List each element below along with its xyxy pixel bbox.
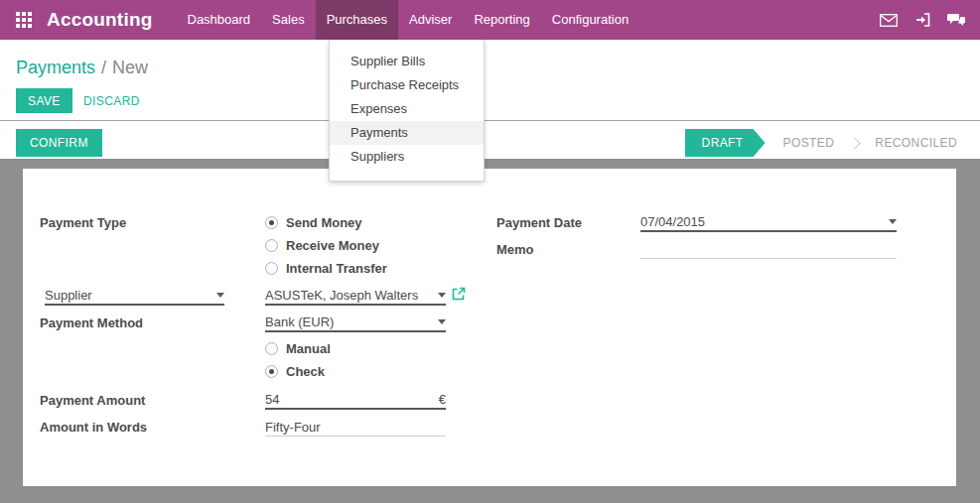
radio-internal-transfer[interactable]: Internal Transfer <box>265 261 387 276</box>
purchases-dropdown-menu: Supplier Bills Purchase Receipts Expense… <box>329 40 485 182</box>
memo-field[interactable] <box>640 240 897 259</box>
dropdown-item-purchase-receipts[interactable]: Purchase Receipts <box>330 73 484 97</box>
form-sheet: Payment Type Send Money Receive Money In… <box>23 169 956 486</box>
status-reconciled[interactable]: RECONCILED <box>861 129 971 157</box>
navbar-icons <box>880 12 966 28</box>
partner-type-select[interactable]: Supplier <box>45 287 224 306</box>
panel-divider <box>0 120 980 121</box>
breadcrumb-payments-link[interactable]: Payments <box>16 58 95 77</box>
breadcrumb: Payments/New <box>16 58 148 78</box>
envelope-icon[interactable] <box>880 14 898 27</box>
radio-send-money[interactable]: Send Money <box>265 215 362 230</box>
menu-configuration[interactable]: Configuration <box>541 0 639 40</box>
chevron-down-icon[interactable] <box>438 293 446 298</box>
apps-grid-icon[interactable] <box>16 12 33 28</box>
status-posted[interactable]: POSTED <box>770 129 849 157</box>
save-button[interactable]: SAVE <box>16 88 72 113</box>
status-bar: DRAFT POSTED RECONCILED <box>685 129 971 157</box>
radio-unselected-icon <box>265 239 278 252</box>
payment-type-label: Payment Type <box>40 215 126 230</box>
control-panel: Payments/New SAVE DISCARD CONFIRM DRAFT … <box>0 40 980 159</box>
currency-symbol: € <box>439 392 446 407</box>
partner-field[interactable]: ASUSTeK, Joseph Walters <box>265 287 446 306</box>
status-draft[interactable]: DRAFT <box>685 129 766 157</box>
menu-purchases[interactable]: Purchases <box>316 0 398 40</box>
chevron-down-icon[interactable] <box>216 293 224 298</box>
dropdown-item-suppliers[interactable]: Suppliers <box>330 145 484 169</box>
chevron-down-icon[interactable] <box>438 319 446 324</box>
chevron-right-icon <box>848 137 861 150</box>
external-link-icon[interactable] <box>452 287 466 305</box>
sign-in-icon[interactable] <box>914 12 930 28</box>
chevron-down-icon[interactable] <box>889 219 897 224</box>
radio-unselected-icon <box>265 342 278 355</box>
amount-in-words-label: Amount in Words <box>40 420 147 435</box>
payment-date-field[interactable]: 07/04/2015 <box>640 213 897 232</box>
radio-receive-money[interactable]: Receive Money <box>265 238 379 253</box>
payment-method-field[interactable]: Bank (EUR) <box>265 314 446 332</box>
radio-selected-icon <box>265 365 278 378</box>
discard-button[interactable]: DISCARD <box>78 88 145 113</box>
radio-unselected-icon <box>265 262 278 275</box>
amount-in-words-field[interactable]: Fifty-Four <box>265 418 446 437</box>
memo-label: Memo <box>496 242 534 257</box>
menu-adviser[interactable]: Adviser <box>398 0 463 40</box>
main-menu: Dashboard Sales Purchases Adviser Report… <box>177 0 640 40</box>
menu-sales[interactable]: Sales <box>261 0 316 40</box>
payment-amount-label: Payment Amount <box>40 393 145 408</box>
dropdown-item-expenses[interactable]: Expenses <box>330 97 484 121</box>
payment-date-label: Payment Date <box>496 215 582 230</box>
top-navbar: Accounting Dashboard Sales Purchases Adv… <box>0 0 980 40</box>
breadcrumb-current: New <box>112 58 148 77</box>
confirm-button[interactable]: CONFIRM <box>16 129 102 157</box>
menu-dashboard[interactable]: Dashboard <box>177 0 262 40</box>
dropdown-item-supplier-bills[interactable]: Supplier Bills <box>330 50 484 73</box>
dropdown-item-payments[interactable]: Payments <box>330 121 484 145</box>
app-title: Accounting <box>47 9 153 31</box>
radio-manual[interactable]: Manual <box>265 341 331 356</box>
breadcrumb-separator: / <box>101 58 106 77</box>
radio-check[interactable]: Check <box>265 364 325 379</box>
radio-selected-icon <box>265 216 278 229</box>
menu-reporting[interactable]: Reporting <box>463 0 540 40</box>
payment-amount-field[interactable]: 54 € <box>265 391 446 410</box>
chat-bubbles-icon[interactable] <box>947 13 966 28</box>
payment-method-label: Payment Method <box>40 315 143 330</box>
